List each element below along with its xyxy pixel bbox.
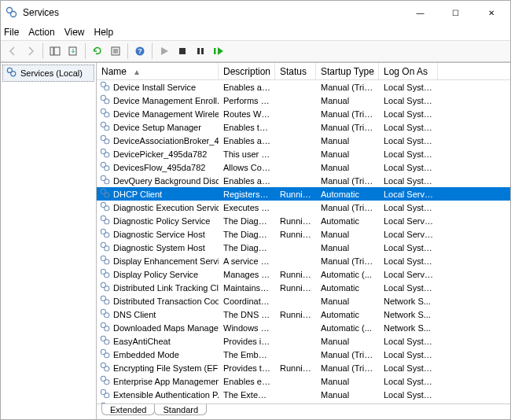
properties-button[interactable]	[107, 42, 124, 60]
service-description: Routes Wire...	[219, 109, 275, 119]
service-startup-type: Manual (Trig...	[316, 350, 379, 359]
service-row[interactable]: Device Management Enroll...Performs D...…	[97, 94, 510, 107]
service-row[interactable]: Diagnostic Service HostThe Diagno...Runn…	[97, 227, 510, 241]
svg-point-28	[105, 152, 109, 157]
service-row[interactable]: Device Install ServiceEnables a c...Manu…	[97, 80, 510, 94]
service-icon	[100, 335, 111, 348]
service-icon	[100, 121, 111, 134]
service-row[interactable]: Encrypting File System (EFS)Provides th.…	[97, 361, 510, 374]
service-name: Downloaded Maps Manager	[113, 323, 219, 333]
service-name: DevicePicker_495da782	[113, 149, 207, 159]
service-startup-type: Automatic (...	[316, 270, 379, 279]
service-icon	[100, 175, 111, 187]
help-button[interactable]: ?	[131, 42, 149, 60]
svg-point-58	[105, 352, 109, 357]
service-logon-as: Local Syste...	[379, 283, 438, 293]
service-row[interactable]: DeviceAssociationBroker_49...Enables app…	[97, 134, 510, 147]
column-status[interactable]: Status	[275, 63, 316, 79]
service-icon	[100, 348, 111, 361]
service-description: Manages th...	[219, 270, 275, 279]
svg-point-1	[11, 12, 17, 17]
service-list[interactable]: Device Install ServiceEnables a c...Manu…	[97, 80, 510, 403]
service-startup-type: Automatic	[316, 190, 379, 199]
list-pane: Name ▴ Description Status Startup Type L…	[97, 63, 510, 419]
service-name-cell: Display Policy Service	[97, 268, 219, 281]
service-name: Diagnostic Policy Service	[113, 216, 211, 226]
svg-point-26	[105, 138, 109, 143]
service-status: Running	[275, 230, 316, 239]
service-startup-type: Manual	[316, 96, 379, 105]
service-row[interactable]: Distributed Link Tracking Cli...Maintain…	[97, 281, 510, 294]
service-row[interactable]: Diagnostic Policy ServiceThe Diagno...Ru…	[97, 214, 510, 227]
service-name: Extensible Authentication P...	[113, 390, 219, 400]
service-row[interactable]: DevicesFlow_495da782Allows Con...ManualL…	[97, 160, 510, 174]
service-row[interactable]: DHCP ClientRegisters an...RunningAutomat…	[97, 187, 510, 201]
refresh-button[interactable]	[89, 42, 106, 60]
service-description: Executes di...	[219, 203, 275, 212]
svg-point-36	[105, 205, 109, 210]
service-row[interactable]: Device Management Wirele...Routes Wire..…	[97, 107, 510, 120]
minimize-button[interactable]: —	[403, 2, 438, 24]
service-startup-type: Manual	[316, 230, 379, 239]
pause-service-button[interactable]	[192, 42, 209, 60]
service-startup-type: Automatic (...	[316, 323, 379, 333]
menu-help[interactable]: Help	[94, 27, 114, 38]
menu-file[interactable]: File	[4, 27, 19, 38]
service-logon-as: Local Syste...	[379, 163, 438, 172]
service-icon	[100, 215, 111, 227]
svg-point-46	[105, 272, 109, 277]
service-description: Enables a c...	[219, 83, 275, 92]
services-icon	[6, 67, 17, 79]
service-status: Running	[275, 283, 316, 293]
svg-point-42	[105, 245, 109, 250]
service-icon	[100, 241, 111, 254]
service-row[interactable]: Distributed Transaction Coo...Coordinate…	[97, 294, 510, 308]
service-name-cell: Diagnostic Service Host	[97, 228, 219, 241]
service-row[interactable]: Embedded ModeThe Embed...Manual (Trig...…	[97, 348, 510, 361]
service-row[interactable]: DNS ClientThe DNS Cli...RunningAutomatic…	[97, 308, 510, 321]
service-startup-type: Manual	[316, 377, 379, 386]
service-row[interactable]: Display Policy ServiceManages th...Runni…	[97, 267, 510, 281]
service-startup-type: Manual	[316, 149, 379, 159]
service-description: The Embed...	[219, 350, 275, 359]
service-description: The Extensi...	[219, 390, 275, 400]
service-logon-as: Local Syste...	[379, 176, 438, 186]
column-name[interactable]: Name ▴	[97, 63, 219, 79]
toolbar-separator	[85, 43, 86, 59]
column-startup-type[interactable]: Startup Type	[316, 63, 379, 79]
service-row[interactable]: Diagnostic System HostThe Diagno...Manua…	[97, 241, 510, 254]
column-logon-as[interactable]: Log On As	[379, 63, 438, 79]
maximize-button[interactable]: ☐	[438, 2, 473, 24]
column-description[interactable]: Description	[219, 63, 275, 79]
service-name: DNS Client	[113, 310, 156, 319]
service-name-cell: DevQuery Background Disc...	[97, 175, 219, 187]
stop-service-button[interactable]	[174, 42, 191, 60]
service-row[interactable]: Downloaded Maps ManagerWindows se...Auto…	[97, 321, 510, 334]
service-row[interactable]: DevicePicker_495da782This user ser...Man…	[97, 147, 510, 160]
service-row[interactable]: EasyAntiCheatProvides int...ManualLocal …	[97, 334, 510, 348]
service-row[interactable]: Display Enhancement ServiceA service fo.…	[97, 254, 510, 267]
service-row[interactable]: DevQuery Background Disc...Enables app..…	[97, 174, 510, 187]
svg-text:?: ?	[138, 47, 142, 55]
restart-service-button[interactable]	[210, 42, 227, 60]
export-list-button[interactable]	[64, 42, 82, 60]
svg-point-38	[105, 219, 109, 223]
service-startup-type: Manual	[316, 163, 379, 172]
tab-extended[interactable]: Extended	[101, 404, 155, 415]
service-description: Registers an...	[219, 190, 275, 199]
service-row[interactable]: Extensible Authentication P...The Extens…	[97, 388, 510, 401]
service-status: Running	[275, 190, 316, 199]
service-logon-as: Local Syste...	[379, 337, 438, 346]
service-logon-as: Local Syste...	[379, 136, 438, 146]
service-row[interactable]: Diagnostic Execution ServiceExecutes di.…	[97, 201, 510, 214]
service-name: Distributed Transaction Coo...	[113, 297, 219, 306]
close-button[interactable]: ✕	[473, 2, 509, 24]
menu-view[interactable]: View	[64, 27, 85, 38]
tree-root-label: Services (Local)	[20, 68, 83, 78]
menu-action[interactable]: Action	[28, 27, 54, 38]
show-hide-tree-button[interactable]	[46, 42, 64, 60]
tab-standard[interactable]: Standard	[154, 404, 207, 415]
service-row[interactable]: Device Setup ManagerEnables the ...Manua…	[97, 120, 510, 134]
tree-root-services-local[interactable]: Services (Local)	[2, 64, 94, 82]
service-row[interactable]: Enterprise App Managemen...Enables ent..…	[97, 374, 510, 388]
